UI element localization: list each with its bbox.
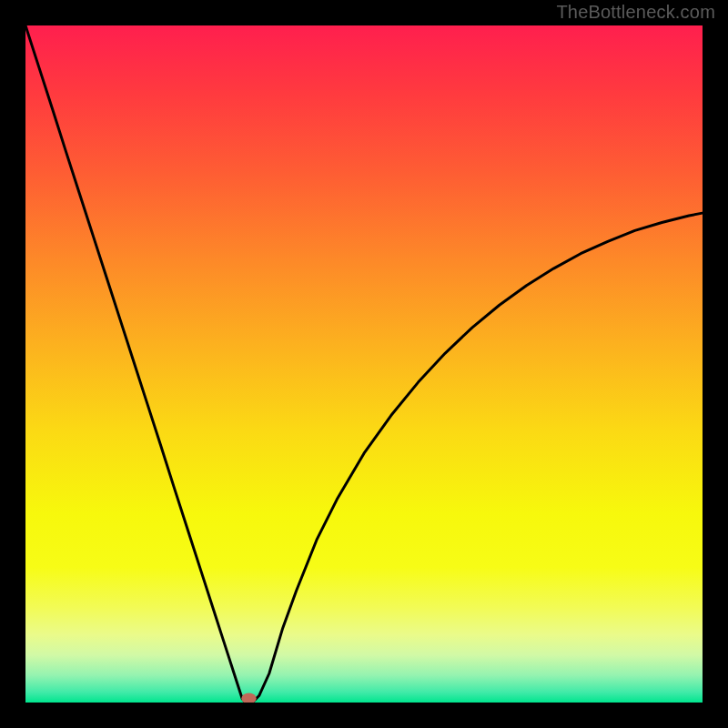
curve-layer [25, 25, 703, 703]
bottleneck-curve [25, 25, 703, 703]
optimal-point-marker [241, 693, 256, 703]
watermark-text: TheBottleneck.com [556, 2, 715, 23]
chart-frame: TheBottleneck.com [0, 0, 728, 728]
plot-area [25, 25, 703, 703]
